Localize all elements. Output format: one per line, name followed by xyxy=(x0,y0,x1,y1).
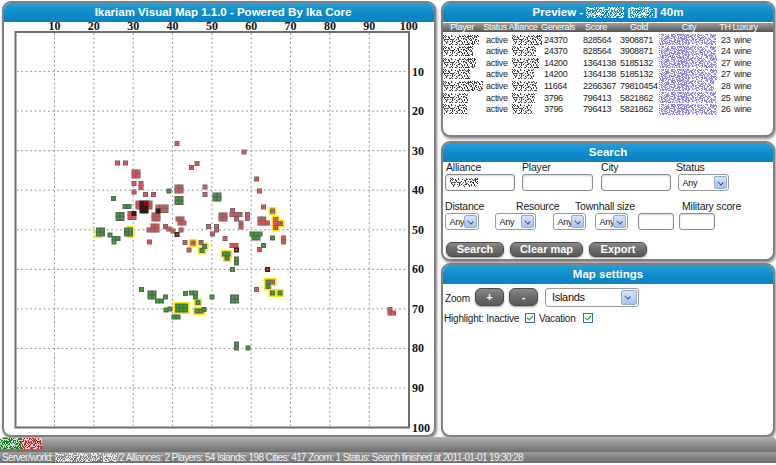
svg-text:80: 80 xyxy=(412,341,424,355)
svg-text:50: 50 xyxy=(206,19,218,33)
svg-text:10: 10 xyxy=(412,65,424,79)
svg-text:60: 60 xyxy=(412,262,424,276)
svg-text:50: 50 xyxy=(412,223,424,237)
svg-text:20: 20 xyxy=(412,104,424,118)
svg-text:100: 100 xyxy=(412,421,430,435)
svg-text:70: 70 xyxy=(412,302,424,316)
svg-text:10: 10 xyxy=(49,19,61,33)
svg-text:30: 30 xyxy=(412,144,424,158)
svg-text:60: 60 xyxy=(245,19,257,33)
svg-text:70: 70 xyxy=(285,19,297,33)
svg-text:100: 100 xyxy=(400,19,418,33)
svg-text:30: 30 xyxy=(127,19,139,33)
svg-text:40: 40 xyxy=(412,183,424,197)
svg-text:90: 90 xyxy=(363,19,375,33)
svg-text:20: 20 xyxy=(88,19,100,33)
svg-text:40: 40 xyxy=(167,19,179,33)
svg-text:80: 80 xyxy=(324,19,336,33)
svg-text:90: 90 xyxy=(412,381,424,395)
